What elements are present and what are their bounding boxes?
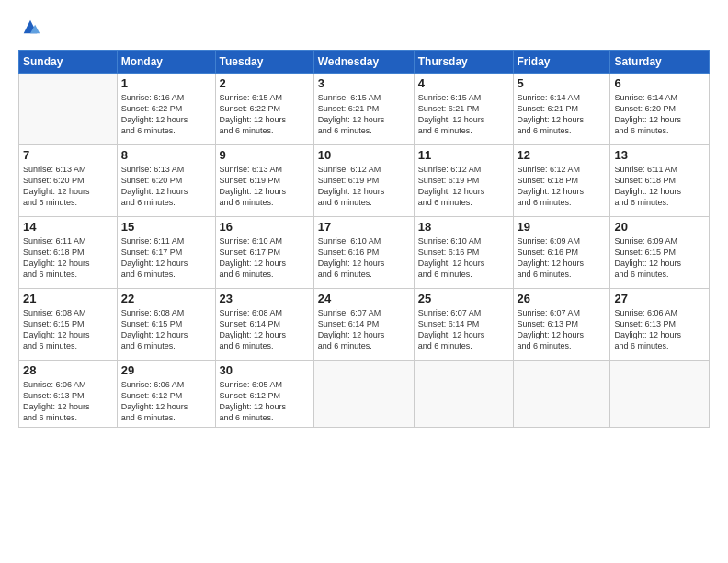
- table-row: 11Sunrise: 6:12 AM Sunset: 6:19 PM Dayli…: [414, 145, 513, 217]
- day-number: 10: [318, 148, 410, 162]
- day-number: 14: [23, 220, 113, 234]
- day-info: Sunrise: 6:13 AM Sunset: 6:20 PM Dayligh…: [23, 164, 113, 209]
- day-number: 3: [318, 76, 410, 90]
- day-number: 12: [518, 148, 607, 162]
- table-row: 7Sunrise: 6:13 AM Sunset: 6:20 PM Daylig…: [19, 145, 118, 217]
- calendar-header-friday: Friday: [513, 51, 610, 74]
- day-info: Sunrise: 6:10 AM Sunset: 6:16 PM Dayligh…: [418, 236, 509, 281]
- day-info: Sunrise: 6:14 AM Sunset: 6:20 PM Dayligh…: [614, 92, 705, 137]
- day-number: 6: [614, 76, 705, 90]
- day-number: 27: [614, 292, 705, 305]
- calendar-header-monday: Monday: [117, 51, 215, 74]
- table-row: 23Sunrise: 6:08 AM Sunset: 6:14 PM Dayli…: [215, 289, 313, 361]
- table-row: [513, 361, 610, 428]
- day-number: 24: [318, 292, 410, 305]
- table-row: 2Sunrise: 6:15 AM Sunset: 6:22 PM Daylig…: [215, 74, 313, 145]
- day-number: 8: [121, 148, 211, 162]
- table-row: 1Sunrise: 6:16 AM Sunset: 6:22 PM Daylig…: [117, 74, 215, 145]
- day-number: 11: [418, 148, 509, 162]
- day-info: Sunrise: 6:12 AM Sunset: 6:18 PM Dayligh…: [518, 164, 607, 209]
- day-number: 21: [23, 292, 113, 305]
- table-row: 10Sunrise: 6:12 AM Sunset: 6:19 PM Dayli…: [313, 145, 414, 217]
- day-info: Sunrise: 6:15 AM Sunset: 6:21 PM Dayligh…: [318, 92, 410, 137]
- day-info: Sunrise: 6:12 AM Sunset: 6:19 PM Dayligh…: [418, 164, 509, 209]
- table-row: [19, 74, 118, 145]
- calendar: SundayMondayTuesdayWednesdayThursdayFrid…: [18, 50, 710, 428]
- calendar-header-tuesday: Tuesday: [215, 51, 313, 74]
- day-number: 22: [121, 292, 211, 305]
- table-row: 25Sunrise: 6:07 AM Sunset: 6:14 PM Dayli…: [414, 289, 513, 361]
- day-number: 9: [220, 148, 310, 162]
- day-number: 26: [518, 292, 607, 305]
- table-row: 30Sunrise: 6:05 AM Sunset: 6:12 PM Dayli…: [215, 361, 313, 428]
- table-row: 13Sunrise: 6:11 AM Sunset: 6:18 PM Dayli…: [610, 145, 710, 217]
- table-row: 26Sunrise: 6:07 AM Sunset: 6:13 PM Dayli…: [513, 289, 610, 361]
- table-row: 16Sunrise: 6:10 AM Sunset: 6:17 PM Dayli…: [215, 217, 313, 289]
- day-info: Sunrise: 6:06 AM Sunset: 6:12 PM Dayligh…: [121, 379, 211, 424]
- calendar-header-wednesday: Wednesday: [313, 51, 414, 74]
- day-info: Sunrise: 6:06 AM Sunset: 6:13 PM Dayligh…: [23, 379, 113, 424]
- day-number: 20: [614, 220, 705, 234]
- table-row: 21Sunrise: 6:08 AM Sunset: 6:15 PM Dayli…: [19, 289, 118, 361]
- day-info: Sunrise: 6:13 AM Sunset: 6:20 PM Dayligh…: [121, 164, 211, 209]
- day-info: Sunrise: 6:15 AM Sunset: 6:21 PM Dayligh…: [418, 92, 509, 137]
- calendar-week-5: 28Sunrise: 6:06 AM Sunset: 6:13 PM Dayli…: [19, 361, 710, 428]
- table-row: 17Sunrise: 6:10 AM Sunset: 6:16 PM Dayli…: [313, 217, 414, 289]
- table-row: 8Sunrise: 6:13 AM Sunset: 6:20 PM Daylig…: [117, 145, 215, 217]
- day-info: Sunrise: 6:08 AM Sunset: 6:15 PM Dayligh…: [121, 307, 211, 352]
- day-info: Sunrise: 6:15 AM Sunset: 6:22 PM Dayligh…: [220, 92, 310, 137]
- calendar-header-sunday: Sunday: [19, 51, 118, 74]
- day-info: Sunrise: 6:11 AM Sunset: 6:18 PM Dayligh…: [23, 236, 113, 281]
- header: [18, 17, 710, 40]
- day-number: 16: [220, 220, 310, 234]
- calendar-week-1: 1Sunrise: 6:16 AM Sunset: 6:22 PM Daylig…: [19, 74, 710, 145]
- day-info: Sunrise: 6:08 AM Sunset: 6:14 PM Dayligh…: [220, 307, 310, 352]
- logo: [18, 17, 40, 40]
- page: SundayMondayTuesdayWednesdayThursdayFrid…: [0, 0, 728, 563]
- day-info: Sunrise: 6:12 AM Sunset: 6:19 PM Dayligh…: [318, 164, 410, 209]
- day-number: 2: [220, 76, 310, 90]
- logo-icon: [20, 17, 40, 37]
- calendar-header-row: SundayMondayTuesdayWednesdayThursdayFrid…: [19, 51, 710, 74]
- table-row: [610, 361, 710, 428]
- table-row: 9Sunrise: 6:13 AM Sunset: 6:19 PM Daylig…: [215, 145, 313, 217]
- day-info: Sunrise: 6:09 AM Sunset: 6:15 PM Dayligh…: [614, 236, 705, 281]
- day-info: Sunrise: 6:07 AM Sunset: 6:14 PM Dayligh…: [418, 307, 509, 352]
- day-info: Sunrise: 6:10 AM Sunset: 6:16 PM Dayligh…: [318, 236, 410, 281]
- day-info: Sunrise: 6:10 AM Sunset: 6:17 PM Dayligh…: [220, 236, 310, 281]
- calendar-week-3: 14Sunrise: 6:11 AM Sunset: 6:18 PM Dayli…: [19, 217, 710, 289]
- day-info: Sunrise: 6:09 AM Sunset: 6:16 PM Dayligh…: [518, 236, 607, 281]
- day-number: 30: [220, 363, 310, 377]
- day-number: 19: [518, 220, 607, 234]
- day-info: Sunrise: 6:16 AM Sunset: 6:22 PM Dayligh…: [121, 92, 211, 137]
- table-row: 14Sunrise: 6:11 AM Sunset: 6:18 PM Dayli…: [19, 217, 118, 289]
- day-number: 13: [614, 148, 705, 162]
- table-row: [414, 361, 513, 428]
- table-row: 15Sunrise: 6:11 AM Sunset: 6:17 PM Dayli…: [117, 217, 215, 289]
- day-info: Sunrise: 6:08 AM Sunset: 6:15 PM Dayligh…: [23, 307, 113, 352]
- table-row: [313, 361, 414, 428]
- day-number: 23: [220, 292, 310, 305]
- calendar-week-2: 7Sunrise: 6:13 AM Sunset: 6:20 PM Daylig…: [19, 145, 710, 217]
- day-number: 28: [23, 363, 113, 377]
- day-info: Sunrise: 6:13 AM Sunset: 6:19 PM Dayligh…: [220, 164, 310, 209]
- table-row: 27Sunrise: 6:06 AM Sunset: 6:13 PM Dayli…: [610, 289, 710, 361]
- table-row: 29Sunrise: 6:06 AM Sunset: 6:12 PM Dayli…: [117, 361, 215, 428]
- day-number: 25: [418, 292, 509, 305]
- day-number: 17: [318, 220, 410, 234]
- day-number: 4: [418, 76, 509, 90]
- table-row: 3Sunrise: 6:15 AM Sunset: 6:21 PM Daylig…: [313, 74, 414, 145]
- day-number: 1: [121, 76, 211, 90]
- day-info: Sunrise: 6:07 AM Sunset: 6:13 PM Dayligh…: [518, 307, 607, 352]
- day-info: Sunrise: 6:05 AM Sunset: 6:12 PM Dayligh…: [220, 379, 310, 424]
- day-number: 29: [121, 363, 211, 377]
- day-info: Sunrise: 6:11 AM Sunset: 6:18 PM Dayligh…: [614, 164, 705, 209]
- table-row: 6Sunrise: 6:14 AM Sunset: 6:20 PM Daylig…: [610, 74, 710, 145]
- table-row: 22Sunrise: 6:08 AM Sunset: 6:15 PM Dayli…: [117, 289, 215, 361]
- day-number: 18: [418, 220, 509, 234]
- table-row: 20Sunrise: 6:09 AM Sunset: 6:15 PM Dayli…: [610, 217, 710, 289]
- calendar-header-saturday: Saturday: [610, 51, 710, 74]
- day-info: Sunrise: 6:14 AM Sunset: 6:21 PM Dayligh…: [518, 92, 607, 137]
- table-row: 4Sunrise: 6:15 AM Sunset: 6:21 PM Daylig…: [414, 74, 513, 145]
- table-row: 28Sunrise: 6:06 AM Sunset: 6:13 PM Dayli…: [19, 361, 118, 428]
